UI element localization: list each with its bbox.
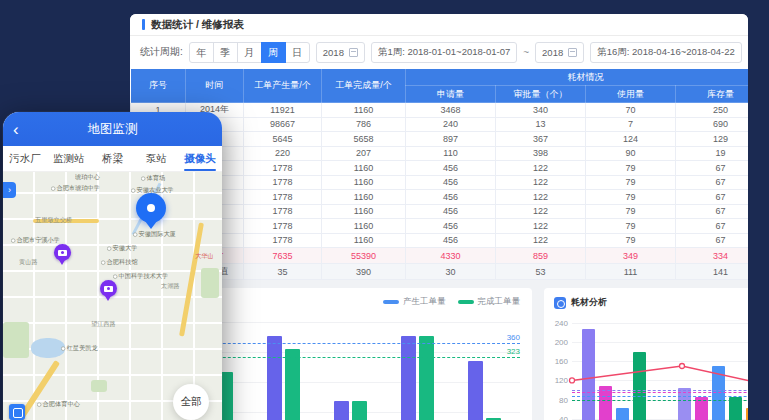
table-row: 177811604561227967 <box>131 190 749 205</box>
table-cell: 67 <box>676 190 749 205</box>
poi-dot-icon <box>51 186 55 190</box>
pie-chart-icon <box>554 297 566 309</box>
back-arrow-icon[interactable]: ‹ <box>13 121 19 138</box>
start-year-picker[interactable]: 2018 <box>316 42 365 63</box>
table-cell: 141 <box>676 264 749 280</box>
legend-item: 产生工单量 <box>383 296 446 308</box>
show-all-button[interactable]: 全部 <box>173 384 209 420</box>
y-axis-tick: 240 <box>555 319 568 328</box>
poi-dot-icon <box>37 402 41 406</box>
table-cell: 456 <box>406 219 496 234</box>
table-cell: 859 <box>496 248 586 264</box>
table-cell: 79 <box>586 219 676 234</box>
period-option-季[interactable]: 季 <box>213 42 238 63</box>
col-header-generated: 工单产生量/个 <box>244 69 322 103</box>
table-cell: 1160 <box>322 175 406 190</box>
table-cell: 1160 <box>322 190 406 205</box>
table-cell: 1778 <box>244 175 322 190</box>
phone-tab-桥梁[interactable]: 桥梁 <box>91 146 135 171</box>
poi-dot-icon <box>101 260 105 264</box>
table-cell: 349 <box>586 248 676 264</box>
legend-swatch <box>383 300 399 304</box>
table-cell: 250 <box>676 103 749 118</box>
camera-marker[interactable] <box>54 244 71 261</box>
phone-tab-泵站[interactable]: 泵站 <box>134 146 178 171</box>
phone-page-title: 地图监测 <box>88 121 138 138</box>
range-separator: ~ <box>523 47 529 58</box>
table-cell: 786 <box>322 117 406 132</box>
map-label: 太湖路 <box>161 282 180 291</box>
filter-bar: 统计周期: 年季月周日 2018 第1周: 2018-01-01~2018-01… <box>130 36 748 68</box>
table-cell: 456 <box>406 175 496 190</box>
col-header-no: 序号 <box>131 69 186 103</box>
end-year-picker[interactable]: 2018 <box>535 42 584 63</box>
selected-camera-pin[interactable] <box>136 193 166 223</box>
start-week-picker[interactable]: 第1周: 2018-01-01~2018-01-07 <box>371 42 517 63</box>
map-panel-toggle[interactable]: › <box>3 182 16 198</box>
period-option-月[interactable]: 月 <box>237 42 262 63</box>
table-row: 177811604561227967 <box>131 233 749 248</box>
map-label: 合肥市宁溪小学 <box>11 236 60 245</box>
period-label: 统计周期: <box>140 45 183 59</box>
end-year-value: 2018 <box>542 47 563 58</box>
period-option-日[interactable]: 日 <box>285 42 310 63</box>
poi-dot-icon <box>133 232 137 236</box>
legend-label: 完成工单量 <box>478 296 521 308</box>
phone-app-header: ‹ 地图监测 <box>3 112 222 146</box>
table-cell: 220 <box>244 146 322 161</box>
map-label: 望江西路 <box>91 320 116 329</box>
phone-tab-摄像头[interactable]: 摄像头 <box>178 146 222 171</box>
period-option-周[interactable]: 周 <box>261 42 286 63</box>
poi-dot-icon <box>61 346 65 350</box>
chart-title: 耗材分析 <box>571 296 607 309</box>
breadcrumb: 数据统计 / 维修报表 <box>151 18 244 32</box>
legend-label: 产生工单量 <box>403 296 446 308</box>
phone-tab-污水厂[interactable]: 污水厂 <box>3 146 47 171</box>
map-lake <box>31 338 65 358</box>
phone-tab-监测站[interactable]: 监测站 <box>47 146 91 171</box>
poi-dot-icon <box>107 246 111 250</box>
y-axis-tick: 80 <box>559 396 568 405</box>
table-cell: 122 <box>496 175 586 190</box>
table-cell: 53 <box>496 264 586 280</box>
map-park <box>91 380 107 392</box>
table-cell: 1778 <box>244 219 322 234</box>
y-axis-tick: 40 <box>559 415 568 420</box>
col-header-time: 时间 <box>186 69 244 103</box>
bar-完成工单量 <box>285 349 300 420</box>
camera-marker[interactable] <box>100 280 117 297</box>
bar-完成工单量 <box>352 401 367 420</box>
table-cell: 1160 <box>322 219 406 234</box>
poi-dot-icon <box>11 238 15 242</box>
trend-line <box>572 318 748 420</box>
table-cell: 110 <box>406 146 496 161</box>
table-cell: 5658 <box>322 132 406 147</box>
breadcrumb-bar: 数据统计 / 维修报表 <box>130 14 748 36</box>
table-cell: 1160 <box>322 233 406 248</box>
table-cell: 367 <box>496 132 586 147</box>
table-cell: 456 <box>406 204 496 219</box>
table-row: 177811604561227967 <box>131 219 749 234</box>
table-cell: 390 <box>322 264 406 280</box>
start-year-value: 2018 <box>323 47 344 58</box>
map-layers-button[interactable] <box>9 404 25 420</box>
chevron-right-icon: › <box>8 185 11 195</box>
bar-产生工单量 <box>468 361 483 420</box>
end-week-picker[interactable]: 第16周: 2018-04-16~2018-04-22 <box>590 42 742 63</box>
table-cell: 1778 <box>244 161 322 176</box>
map-label: 合肥体育中心 <box>37 400 80 409</box>
table-cell: 19 <box>676 146 749 161</box>
legend-item: 完成工单量 <box>458 296 521 308</box>
period-option-年[interactable]: 年 <box>189 42 214 63</box>
table-cell: 1160 <box>322 161 406 176</box>
map-park <box>201 268 219 298</box>
table-cell: 79 <box>586 161 676 176</box>
map-canvas[interactable]: › 全部 琥珀中心合肥市琥珀中学体育场安徽农业大学五里墩立交桥安徽国际大厦合肥市… <box>3 172 222 420</box>
map-label: 黄山路 <box>19 258 38 267</box>
map-label: 大华山 <box>195 252 214 261</box>
map-label: 五里墩立交桥 <box>35 216 72 225</box>
map-label: 体育场 <box>141 174 165 183</box>
table-cell: 1160 <box>322 103 406 118</box>
consumables-chart-card: 耗材分析 2402001601208040 <box>544 288 748 420</box>
col-header-sub1: 申请量 <box>406 86 496 103</box>
